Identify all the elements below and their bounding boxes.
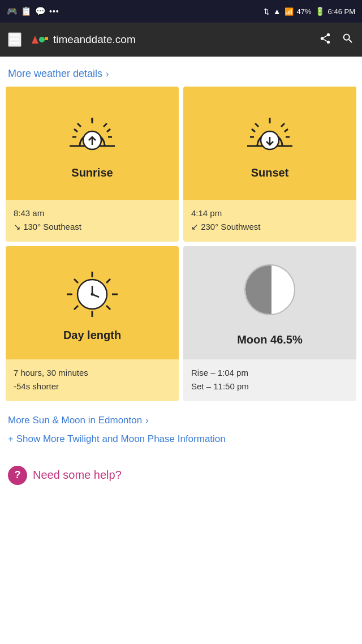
svg-line-13 xyxy=(255,123,258,127)
sunrise-card-top: Sunrise xyxy=(6,87,179,200)
status-left: 🎮 📋 💬 ••• xyxy=(7,6,59,16)
moon-rise: Rise – 1:04 pm xyxy=(191,366,348,380)
chevron-right-icon: › xyxy=(106,69,109,79)
svg-line-7 xyxy=(74,129,77,132)
share-button[interactable] xyxy=(319,32,331,48)
logo-rect-orange xyxy=(45,37,48,40)
daylength-line1: 7 hours, 30 minutes xyxy=(14,366,171,380)
sunset-card-top: Sunset xyxy=(183,87,356,200)
sun-moon-chevron: › xyxy=(145,415,149,426)
sunset-time: 4:14 pm xyxy=(191,207,348,220)
show-more-link[interactable]: + Show More Twilight and Moon Phase Info… xyxy=(8,430,354,452)
daylength-line2: -54s shorter xyxy=(14,380,171,393)
sunrise-card[interactable]: Sunrise 8:43 am ↘ 130° Southeast xyxy=(6,87,179,242)
sunset-direction: ↙ 230° Southwest xyxy=(191,220,348,234)
sunset-icon xyxy=(242,112,298,157)
app-icon-2: 📋 xyxy=(21,6,32,16)
nav-bar: ☰ timeanddate.com xyxy=(0,23,362,57)
time-display: 6:46 PM xyxy=(328,7,355,16)
svg-line-25 xyxy=(74,279,78,283)
svg-line-8 xyxy=(107,129,110,132)
battery-icon: 🔋 xyxy=(315,7,325,16)
daylength-card-bottom: 7 hours, 30 minutes -54s shorter xyxy=(6,359,179,401)
help-text[interactable]: Need some help? xyxy=(33,469,122,482)
svg-line-4 xyxy=(104,123,107,127)
app-icon-3: 💬 xyxy=(35,6,46,16)
sun-moon-label: More Sun & Moon in Edmonton xyxy=(8,415,142,426)
logo-dots xyxy=(29,33,49,46)
svg-line-17 xyxy=(252,129,255,132)
sunset-card-bottom: 4:14 pm ↙ 230° Southwest xyxy=(183,200,356,242)
more-weather-label: More weather details xyxy=(8,68,102,80)
moon-card-top: Moon 46.5% xyxy=(183,246,356,359)
logo-circle-green xyxy=(39,37,45,42)
nav-icons xyxy=(319,32,354,48)
svg-line-18 xyxy=(285,129,288,132)
svg-line-26 xyxy=(106,306,110,310)
cards-grid: Sunrise 8:43 am ↘ 130° Southeast xyxy=(6,87,356,401)
sunset-card[interactable]: Sunset 4:14 pm ↙ 230° Southwest xyxy=(183,87,356,242)
moon-set: Set – 11:50 pm xyxy=(191,380,348,393)
sunrise-direction: ↘ 130° Southeast xyxy=(14,220,171,234)
sunrise-card-bottom: 8:43 am ↘ 130° Southeast xyxy=(6,200,179,242)
daylength-icon xyxy=(64,269,120,320)
more-dots-icon: ••• xyxy=(49,7,59,16)
wifi-icon: ▲ xyxy=(273,7,281,16)
status-bar: 🎮 📋 💬 ••• ⇅ ▲ 📶 47% 🔋 6:46 PM xyxy=(0,0,362,23)
svg-line-27 xyxy=(106,279,110,283)
moon-phase-icon xyxy=(244,264,295,315)
sync-icon: ⇅ xyxy=(264,7,270,16)
sun-moon-link[interactable]: More Sun & Moon in Edmonton › xyxy=(8,411,354,430)
daylength-card-top: Day length xyxy=(6,246,179,359)
bottom-links: More Sun & Moon in Edmonton › + Show Mor… xyxy=(6,409,356,458)
search-button[interactable] xyxy=(342,32,354,48)
moon-title: Moon 46.5% xyxy=(237,333,303,346)
daylength-title: Day length xyxy=(63,329,121,342)
logo-triangle-red xyxy=(32,36,38,44)
sunrise-title: Sunrise xyxy=(71,166,113,179)
help-question-mark: ? xyxy=(15,469,21,481)
svg-line-3 xyxy=(77,123,81,127)
status-right: ⇅ ▲ 📶 47% 🔋 6:46 PM xyxy=(264,7,355,16)
sunrise-time: 8:43 am xyxy=(14,207,171,220)
svg-line-14 xyxy=(281,123,285,127)
more-weather-link[interactable]: More weather details › xyxy=(6,62,356,87)
moon-circle xyxy=(244,264,295,315)
sunset-title: Sunset xyxy=(251,166,289,179)
daylength-card[interactable]: Day length 7 hours, 30 minutes -54s shor… xyxy=(6,246,179,401)
battery-text: 47% xyxy=(297,7,312,16)
moon-card-bottom: Rise – 1:04 pm Set – 11:50 pm xyxy=(183,359,356,401)
nav-logo: timeanddate.com xyxy=(29,33,311,46)
help-icon: ? xyxy=(8,466,27,485)
app-icon-1: 🎮 xyxy=(7,6,18,16)
help-section: ? Need some help? xyxy=(6,458,356,496)
svg-line-28 xyxy=(74,306,78,310)
hamburger-menu[interactable]: ☰ xyxy=(8,32,21,47)
nav-title: timeanddate.com xyxy=(53,33,136,46)
sunrise-icon xyxy=(64,112,120,157)
main-content: More weather details › xyxy=(0,57,362,496)
moon-dark-half xyxy=(245,265,272,314)
signal-icon: 📶 xyxy=(285,7,294,16)
moon-card[interactable]: Moon 46.5% Rise – 1:04 pm Set – 11:50 pm xyxy=(183,246,356,401)
svg-point-32 xyxy=(91,293,94,295)
